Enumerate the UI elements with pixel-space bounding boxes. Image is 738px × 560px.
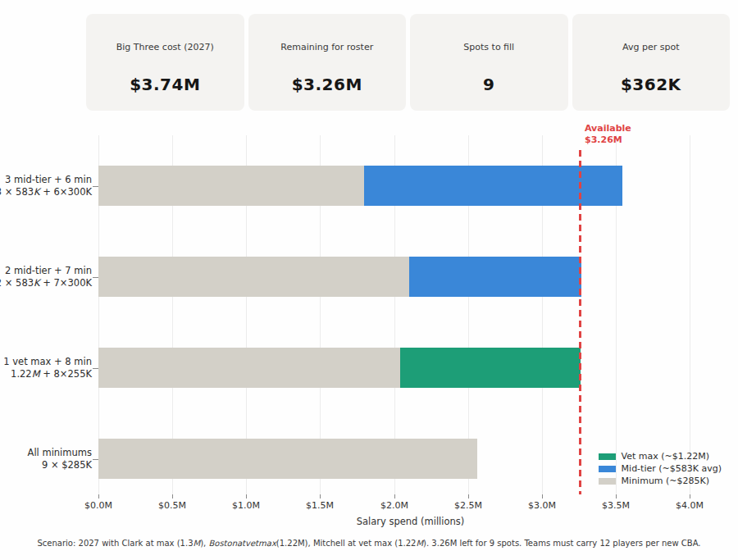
bar-segment-vet [400,348,581,388]
bar-segment-mid-tier [409,257,581,297]
legend-label: Minimum (~$285K) [622,476,709,486]
y-tick-mark [93,277,98,278]
category-label-line1: 1 vet max + 8 min [3,356,92,368]
bar-row [98,257,722,297]
x-tick-label: $1.5M [306,500,334,511]
text-segment: (1.22M), Mitchell at vet max (1.22 [276,539,417,548]
x-tick-mark [616,494,617,499]
bar-row [98,166,722,206]
reference-line [579,150,581,494]
stats-row: Big Three cost (2027)$3.74MRemaining for… [86,14,730,111]
x-tick-label: $1.0M [232,500,260,511]
plot-area [98,135,722,494]
bar-segment-minimum [98,348,400,388]
salary-scenario-dashboard: Big Three cost (2027)$3.74MRemaining for… [0,0,738,560]
italic-text-segment: K [34,186,40,198]
x-tick-mark [394,494,395,499]
italic-text-segment: M [416,539,423,548]
y-tick-mark [93,368,98,369]
text-segment: 1.22 [11,368,32,380]
x-tick-label: $2.5M [454,500,482,511]
reference-line-label-line2: $3.26M [585,134,631,146]
category-label-line1: All minimums [28,447,92,459]
legend-label: Vet max (~$1.22M) [622,451,710,462]
stat-card-value: $3.26M [248,75,407,94]
x-tick-mark [172,494,173,499]
x-tick-mark [468,494,469,499]
stat-card-label: Spots to fill [410,42,568,52]
legend-swatch [599,478,616,485]
stat-card-label: Avg per spot [572,42,731,52]
stat-card: Spots to fill9 [410,14,568,111]
legend-swatch [599,466,616,472]
y-axis-category-label: 1 vet max + 8 min1.22M + 8×255K [3,356,92,380]
category-label-line1: 2 mid-tier + 7 min [0,265,92,277]
stat-card-value: $362K [572,75,731,94]
text-segment: 3 × 583 [0,186,34,198]
x-tick-mark [98,494,99,499]
y-axis-category-label: 2 mid-tier + 7 min2 × 583K + 7×300K [0,265,92,289]
x-tick-label: $3.5M [602,500,630,511]
text-segment: + 8×255K [40,368,92,380]
italic-text-segment: Bostonatvetmax [208,539,276,548]
stat-card: Big Three cost (2027)$3.74M [86,14,244,111]
category-label-line2: 2 × 583K + 7×300K [0,277,92,289]
legend: Vet max (~$1.22M)Mid-tier (~$583K avg)Mi… [599,450,722,487]
stat-card-value: $3.74M [86,75,244,94]
legend-item: Mid-tier (~$583K avg) [599,462,722,475]
italic-text-segment: M [194,539,201,548]
y-axis-category-label: All minimums9 × $285K [28,447,92,471]
y-axis-category-label: 3 mid-tier + 6 min3 × 583K + 6×300K [0,174,92,198]
reference-line-label-line1: Available [585,123,631,134]
stat-card: Remaining for roster$3.26M [248,14,407,111]
x-tick-mark [320,494,321,499]
text-segment: ), [200,539,208,548]
reference-line-label: Available $3.26M [585,123,631,146]
y-tick-mark [93,459,98,460]
legend-swatch [599,453,616,460]
x-tick-label: $0.5M [158,500,186,511]
x-tick-mark [542,494,543,499]
italic-text-segment: M [32,368,40,380]
x-tick-label: $2.0M [380,500,408,511]
category-label-line2: 9 × $285K [28,459,92,471]
italic-text-segment: K [34,277,40,289]
x-tick-mark [690,494,690,499]
bar-segment-minimum [98,166,364,206]
bar-segment-minimum [98,439,477,479]
x-axis-label: Salary spend (millions) [98,516,722,527]
category-label-line2: 3 × 583K + 6×300K [0,186,92,198]
legend-item: Vet max (~$1.22M) [599,450,722,462]
x-tick-label: $4.0M [676,500,704,511]
y-tick-mark [93,186,98,187]
x-tick-label: $3.0M [528,500,556,511]
text-segment: Scenario: 2027 with Clark at max (1.3 [38,539,194,548]
text-segment: + 7×300K [40,277,92,289]
text-segment: 9 × $285K [42,459,92,471]
text-segment: ). 3.26M left for 9 spots. Teams must ca… [423,539,700,548]
bar-segment-minimum [98,257,409,297]
bar-segment-mid-tier [364,166,622,206]
x-tick-mark [246,494,247,499]
stat-card-value: 9 [410,75,568,94]
stat-card-label: Big Three cost (2027) [86,42,244,52]
bar-row [98,348,722,388]
text-segment: + 6×300K [40,186,92,198]
text-segment: 2 × 583 [0,277,34,289]
x-tick-label: $0.0M [84,500,112,511]
stat-card: Avg per spot$362K [572,14,731,111]
category-label-line1: 3 mid-tier + 6 min [0,174,92,186]
stat-card-label: Remaining for roster [248,42,407,52]
legend-item: Minimum (~$285K) [599,475,722,487]
footer-note: Scenario: 2027 with Clark at max (1.3M),… [0,539,738,548]
category-label-line2: 1.22M + 8×255K [3,368,92,380]
legend-label: Mid-tier (~$583K avg) [622,463,722,474]
